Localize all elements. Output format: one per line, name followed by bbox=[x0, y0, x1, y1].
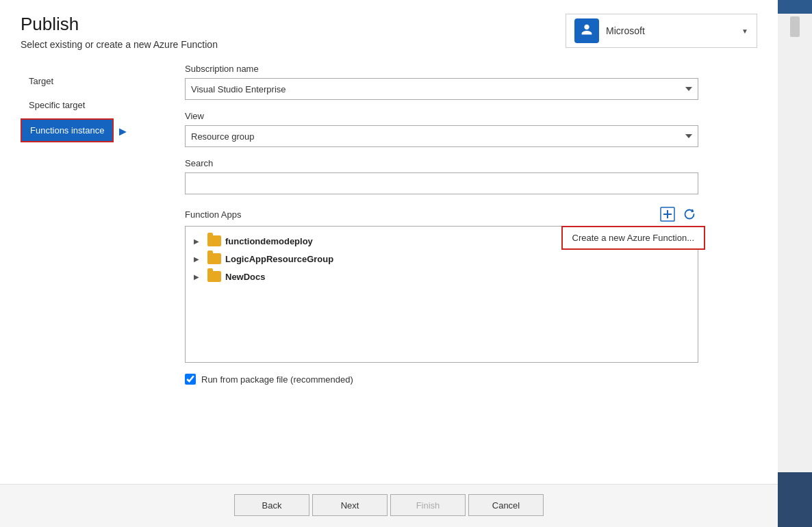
back-button[interactable]: Back bbox=[234, 494, 309, 516]
function-apps-label: Function Apps bbox=[185, 209, 241, 220]
sidebar-top-bar bbox=[778, 0, 812, 14]
left-nav: Target Specific target Functions instanc… bbox=[21, 57, 164, 484]
search-label: Search bbox=[185, 158, 764, 168]
folder-icon-1 bbox=[207, 235, 221, 246]
nav-item-target[interactable]: Target bbox=[21, 70, 164, 92]
tree-item-label-3: NewDocs bbox=[225, 272, 266, 282]
account-dropdown-arrow: ▼ bbox=[741, 27, 748, 35]
search-group: Search bbox=[185, 158, 764, 194]
folder-icon-2 bbox=[207, 253, 221, 264]
account-name: Microsoft bbox=[606, 25, 735, 36]
account-selector[interactable]: Microsoft ▼ bbox=[566, 14, 757, 48]
create-azure-function-tooltip[interactable]: Create a new Azure Function... bbox=[561, 226, 705, 250]
folder-icon-3 bbox=[207, 271, 221, 282]
add-function-button[interactable] bbox=[659, 205, 676, 223]
form-area: Subscription name Visual Studio Enterpri… bbox=[164, 57, 778, 484]
tree-item-logicappresourcegroup[interactable]: ▶ LogicAppResourceGroup bbox=[188, 250, 695, 268]
active-nav-arrow: ► bbox=[116, 125, 129, 139]
nav-item-functions-instance-label: Functions instance bbox=[30, 125, 104, 136]
nav-item-functions-instance[interactable]: Functions instance bbox=[21, 118, 114, 142]
tree-item-newdocs[interactable]: ▶ NewDocs bbox=[188, 268, 695, 285]
account-icon bbox=[574, 18, 599, 43]
footer: Back Next Finish Cancel bbox=[0, 484, 778, 527]
view-label: View bbox=[185, 111, 764, 121]
sidebar-bottom-bar bbox=[778, 472, 812, 527]
function-apps-actions: Create a new Azure Function... bbox=[659, 205, 698, 223]
run-from-package-label: Run from package file (recommended) bbox=[201, 374, 353, 385]
finish-button[interactable]: Finish bbox=[390, 494, 466, 516]
right-sidebar bbox=[778, 0, 812, 527]
tree-item-label-1: functiondemodeploy bbox=[225, 236, 313, 246]
expand-icon-2: ▶ bbox=[194, 255, 205, 263]
subscription-group: Subscription name Visual Studio Enterpri… bbox=[185, 64, 764, 100]
function-apps-group: Function Apps bbox=[185, 205, 764, 363]
function-apps-header: Function Apps bbox=[185, 205, 698, 223]
expand-icon-3: ▶ bbox=[194, 273, 205, 281]
sidebar-scroll-area bbox=[778, 14, 812, 472]
page-title: Publish bbox=[21, 14, 218, 35]
create-tooltip-text: Create a new Azure Function... bbox=[572, 233, 694, 243]
scrollbar-thumb[interactable] bbox=[790, 16, 800, 37]
subscription-select[interactable]: Visual Studio Enterprise bbox=[185, 78, 698, 100]
next-button[interactable]: Next bbox=[312, 494, 388, 516]
run-from-package-row: Run from package file (recommended) bbox=[185, 374, 764, 385]
nav-item-specific-target[interactable]: Specific target bbox=[21, 94, 164, 116]
subscription-label: Subscription name bbox=[185, 64, 764, 74]
tree-item-label-2: LogicAppResourceGroup bbox=[225, 254, 333, 264]
refresh-button[interactable] bbox=[681, 205, 698, 223]
run-from-package-checkbox[interactable] bbox=[185, 374, 196, 385]
cancel-button[interactable]: Cancel bbox=[468, 494, 544, 516]
search-input[interactable] bbox=[185, 172, 698, 194]
expand-icon-1: ▶ bbox=[194, 237, 205, 245]
page-subtitle: Select existing or create a new Azure Fu… bbox=[21, 39, 218, 50]
view-group: View Resource group bbox=[185, 111, 764, 147]
view-select[interactable]: Resource group bbox=[185, 125, 698, 147]
